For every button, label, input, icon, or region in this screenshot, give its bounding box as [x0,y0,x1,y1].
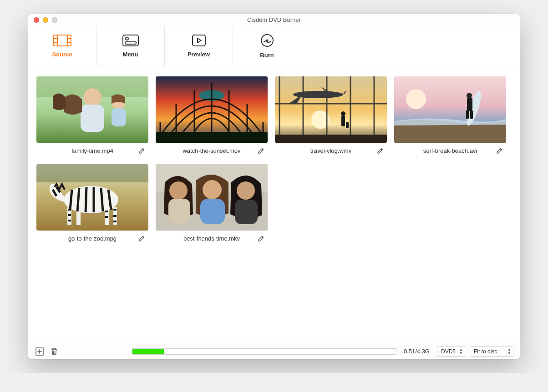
disc-usage-label: 0.51/4.3G [401,348,432,355]
edit-icon[interactable] [138,235,147,243]
video-label-row: family-time.mp4 [36,143,148,157]
source-icon [53,35,71,46]
svg-point-46 [341,111,345,116]
svg-rect-10 [193,35,205,46]
svg-point-89 [237,181,255,200]
video-filename: go-to-the-zoo.mpg [38,235,147,242]
disc-usage-bar [132,348,396,355]
svg-point-8 [126,37,128,40]
tab-label: Menu [123,51,138,58]
svg-rect-21 [112,108,126,126]
menu-icon [122,35,139,46]
statusbar: 0.51/4.3G DVD5 ▲▼ Fit to disc ▲▼ [28,343,520,359]
video-filename: surf-break-beach.avi [396,147,504,154]
video-card[interactable]: best-friends-time.mkv [156,164,268,245]
svg-rect-57 [470,110,473,119]
video-thumbnail[interactable] [156,76,268,143]
svg-rect-56 [466,110,469,119]
minimize-window-button[interactable] [43,17,48,23]
video-label-row: surf-break-beach.avi [394,143,506,157]
edit-icon[interactable] [258,235,266,243]
zoom-window-button[interactable] [52,17,57,23]
tab-preview[interactable]: Preview [165,26,233,66]
tab-label: Burn [260,52,274,59]
delete-button[interactable] [49,347,59,357]
video-thumbnail[interactable] [156,164,268,231]
video-filename: watch-the-sunset.mov [157,147,266,154]
svg-rect-49 [275,135,387,143]
preview-icon [192,35,206,46]
close-window-button[interactable] [34,17,39,23]
video-label-row: travel-vlog.wmv [275,143,387,157]
video-thumbnail[interactable] [36,76,148,143]
svg-line-68 [86,187,86,212]
video-card[interactable]: go-to-the-zoo.mpg [36,164,148,245]
burn-icon [260,34,274,47]
svg-rect-55 [467,97,472,111]
video-filename: best-friends-time.mkv [157,235,266,242]
edit-icon[interactable] [138,147,147,155]
titlebar: Cisdem DVD Burner [28,14,520,26]
progress-wrap: 0.51/4.3G [132,348,432,355]
video-label-row: best-friends-time.mkv [156,231,268,245]
svg-rect-9 [125,42,136,44]
tabbar: Source Menu Preview [28,26,520,66]
video-grid: family-time.mp4 watch-the-sunset.mov [36,76,512,245]
svg-rect-17 [81,105,104,132]
svg-rect-86 [168,199,190,223]
video-card[interactable]: watch-the-sunset.mov [156,76,268,157]
svg-rect-47 [341,116,345,126]
svg-rect-60 [36,164,148,182]
add-button[interactable] [35,347,45,357]
updown-icon: ▲▼ [507,348,511,355]
video-card[interactable]: travel-vlog.wmv [275,76,387,157]
disc-type-select[interactable]: DVD5 ▲▼ [437,347,465,357]
video-thumbnail[interactable] [394,76,506,143]
video-card[interactable]: surf-break-beach.avi [394,76,506,157]
tab-label: Preview [188,51,210,58]
svg-point-16 [83,88,101,106]
video-filename: family-time.mp4 [38,147,147,154]
video-filename: travel-vlog.wmv [277,147,385,154]
disc-type-value: DVD5 [441,348,456,355]
video-label-row: go-to-the-zoo.mpg [36,231,148,245]
svg-point-85 [169,181,188,200]
app-window: Cisdem DVD Burner Source [28,14,520,359]
svg-rect-32 [156,132,268,143]
video-card[interactable]: family-time.mp4 [36,76,148,157]
fit-mode-value: Fit to disc [474,348,497,355]
content-area: family-time.mp4 watch-the-sunset.mov [28,66,520,343]
edit-icon[interactable] [496,147,504,155]
tab-label: Source [52,51,72,58]
video-thumbnail[interactable] [36,164,148,231]
tab-menu[interactable]: Menu [96,26,165,66]
svg-rect-90 [235,200,258,224]
svg-point-52 [406,89,426,109]
svg-marker-11 [198,38,201,43]
svg-rect-88 [200,199,225,224]
fit-mode-select[interactable]: Fit to disc ▲▼ [470,347,513,357]
svg-point-87 [203,180,222,199]
tab-burn[interactable]: Burn [233,26,301,66]
edit-icon[interactable] [377,147,385,155]
video-thumbnail[interactable] [275,76,387,143]
tab-source[interactable]: Source [28,26,96,66]
svg-rect-48 [346,122,349,128]
svg-rect-34 [275,76,387,143]
svg-rect-0 [54,35,71,46]
edit-icon[interactable] [258,147,266,155]
updown-icon: ▲▼ [459,348,463,355]
traffic-lights [28,17,57,23]
window-title: Cisdem DVD Burner [28,16,520,23]
video-label-row: watch-the-sunset.mov [156,143,268,157]
disc-usage-fill [132,349,164,354]
